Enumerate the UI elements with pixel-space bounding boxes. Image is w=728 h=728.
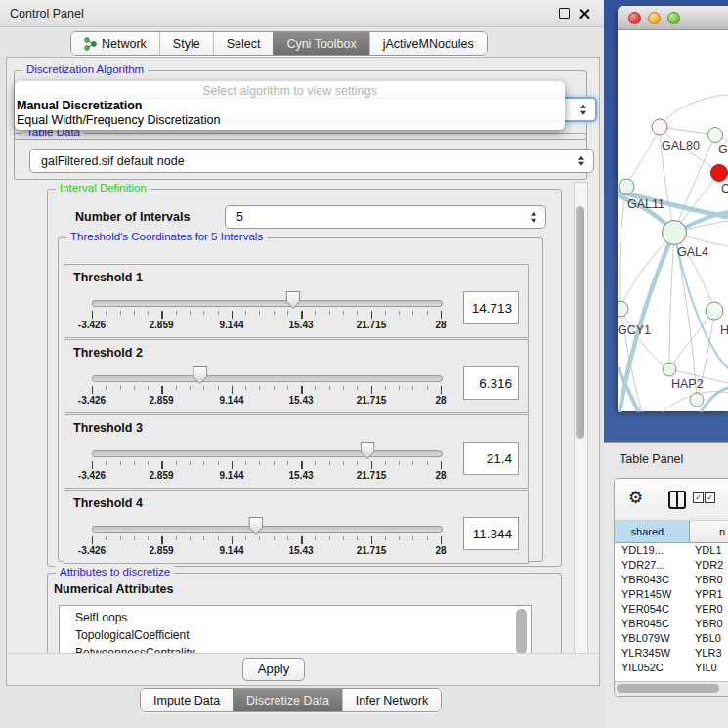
interval-definition-label: Interval Definition	[56, 182, 150, 193]
node-right-middle[interactable]	[706, 302, 723, 320]
panel-scrollbar[interactable]	[574, 182, 588, 686]
threshold-3-label: Threshold 3	[73, 421, 143, 435]
tick-label: 21.715	[342, 320, 401, 330]
combo-arrows-icon	[578, 155, 584, 166]
label-c-partial: C	[721, 182, 728, 195]
table-row[interactable]: YBL079WYBL0	[615, 631, 728, 646]
tab-style[interactable]: Style	[159, 32, 213, 55]
table-toolbar: ⚙ ✓ ✓	[615, 479, 728, 521]
tick-label: 9.144	[202, 395, 261, 406]
tick-label: -3.426	[63, 395, 121, 406]
threshold-3-slider-handle[interactable]	[361, 442, 375, 459]
node-gal11[interactable]	[619, 179, 634, 194]
label-h-partial: H	[720, 323, 728, 337]
table-row[interactable]: YIL052CYIL0	[615, 661, 728, 673]
table-data-combobox[interactable]: galFiltered.sif default node	[29, 149, 594, 173]
interval-definition-group: Interval Definition Number of Intervals …	[47, 189, 562, 567]
label-gal80: GAL80	[662, 139, 700, 152]
control-panel-window: Control Panel Network Style Select Cyni …	[0, 0, 605, 728]
list-item-topologicalcoefficient[interactable]: TopologicalCoefficient	[60, 626, 531, 644]
table-row[interactable]: YBR043CYBR0	[615, 573, 728, 587]
list-item-selfloops[interactable]: SelfLoops	[60, 606, 531, 626]
table-header-row: shared... n	[615, 521, 728, 543]
table-row[interactable]: YPR145WYPR1	[615, 587, 728, 602]
threshold-2-value-field[interactable]: 6.316	[463, 366, 519, 400]
node-gcy1[interactable]	[618, 301, 628, 317]
threshold-2-label: Threshold 2	[73, 346, 143, 360]
cyni-toolbox-panel: Discretization Algorithm Select algorith…	[6, 57, 600, 686]
network-canvas[interactable]: GAL80 G. C GAL11 GAL4 GCY1 H HAP2	[618, 30, 728, 412]
table-hscrollbar-thumb[interactable]	[617, 684, 719, 693]
node-gal80[interactable]	[652, 119, 667, 135]
cyni-bottom-tabs: Impute Data Discretize Data Infer Networ…	[140, 688, 442, 712]
table-row[interactable]: YER054CYER0	[615, 602, 728, 617]
threshold-2-slider-handle[interactable]	[193, 366, 207, 384]
control-panel-titlebar: Control Panel	[0, 0, 604, 27]
threshold-1-value-field[interactable]: 14.713	[463, 291, 519, 324]
algorithm-popup-prompt[interactable]: Select algorithm to view settings	[15, 84, 565, 98]
close-icon[interactable]	[579, 8, 590, 19]
float-window-icon[interactable]	[559, 8, 570, 19]
tab-select[interactable]: Select	[213, 32, 274, 55]
table-horizontal-scrollbar[interactable]	[615, 681, 728, 696]
table-data-group: Table Data galFiltered.sif default node	[14, 133, 587, 180]
split-columns-icon[interactable]	[668, 491, 686, 509]
tab-impute-data[interactable]: Impute Data	[141, 689, 233, 711]
checkbox-icon[interactable]: ✓	[705, 492, 715, 503]
threshold-4-value-field[interactable]: 11.344	[463, 517, 519, 550]
tick-label: 28	[411, 395, 470, 406]
tab-discretize-data[interactable]: Discretize Data	[233, 689, 342, 711]
column-header-shared-name[interactable]: shared...	[615, 521, 690, 542]
table-row[interactable]: YDR27...YDR2	[615, 558, 728, 573]
tick-label: 28	[411, 545, 470, 556]
checkbox-icon[interactable]: ✓	[693, 492, 704, 503]
tick-label: 2.859	[132, 320, 191, 330]
tab-infer-network[interactable]: Infer Network	[342, 689, 441, 711]
slider-major-ticks	[92, 311, 443, 319]
network-graph: GAL80 G. C GAL11 GAL4 GCY1 H HAP2	[618, 30, 728, 412]
tick-label: 15.43	[272, 395, 330, 406]
network-view-window: GAL80 G. C GAL11 GAL4 GCY1 H HAP2	[618, 6, 728, 411]
node-gal4[interactable]	[663, 221, 687, 245]
column-header-name[interactable]: n	[690, 521, 728, 542]
table-row[interactable]: YLR345WYLR3	[615, 646, 728, 661]
close-traffic-light-icon[interactable]	[628, 12, 641, 24]
gear-icon[interactable]: ⚙	[628, 489, 643, 508]
zoom-traffic-light-icon[interactable]	[667, 12, 680, 24]
tab-cyni-toolbox[interactable]: Cyni Toolbox	[273, 32, 368, 55]
node-top-right[interactable]	[708, 128, 723, 143]
algorithm-popup-item-equal-width[interactable]: Equal Width/Frequency Discretization	[17, 113, 220, 127]
threshold-1-box: Threshold 1 -3.426 2.859 9.144 15.43 21.…	[64, 264, 529, 338]
table-row[interactable]: YBR045CYBR0	[615, 617, 728, 631]
tick-label: 21.715	[342, 545, 401, 556]
label-gal4: GAL4	[677, 245, 708, 259]
tick-label: 21.715	[342, 395, 401, 406]
table-row[interactable]: YDL19...YDL1	[615, 543, 728, 558]
node-bottom[interactable]	[690, 393, 704, 407]
apply-button[interactable]: Apply	[242, 658, 305, 681]
network-icon	[84, 37, 97, 51]
threshold-4-slider-handle[interactable]	[248, 517, 263, 535]
threshold-1-slider-handle[interactable]	[285, 291, 300, 309]
node-hap2[interactable]	[663, 363, 676, 376]
number-of-intervals-spinner[interactable]: 5	[225, 205, 546, 229]
threshold-1-label: Threshold 1	[73, 271, 143, 284]
table-panel-window: ⚙ ✓ ✓ shared... n YDL19...YDL1 YDR27...Y…	[614, 478, 728, 697]
list-scrollbar-thumb[interactable]	[516, 609, 527, 654]
tick-label: 15.43	[272, 320, 330, 330]
tab-jactivemnodules[interactable]: jActiveMNodules	[369, 32, 487, 55]
thresholds-group-label: Threshold's Coordinates for 5 Intervals	[66, 231, 267, 242]
panel-scrollbar-thumb[interactable]	[576, 206, 584, 439]
node-red-selected[interactable]	[711, 165, 728, 182]
threshold-2-box: Threshold 2 -3.426 2.859 9.144 15.43 21.…	[64, 339, 529, 413]
algorithm-dropdown-popup: Select algorithm to view settings Manual…	[15, 81, 565, 130]
thresholds-group: Threshold's Coordinates for 5 Intervals …	[58, 237, 543, 562]
algorithm-popup-item-manual[interactable]: Manual Discretization	[17, 99, 143, 112]
threshold-3-value-field[interactable]: 21.4	[463, 442, 519, 475]
number-of-intervals-value: 5	[236, 210, 243, 224]
spinner-arrows-icon	[531, 212, 536, 223]
apply-bar: Apply	[7, 653, 599, 685]
tab-network[interactable]: Network	[71, 32, 159, 55]
numerical-attributes-header: Numerical Attributes	[54, 582, 173, 596]
minimize-traffic-light-icon[interactable]	[648, 12, 661, 24]
